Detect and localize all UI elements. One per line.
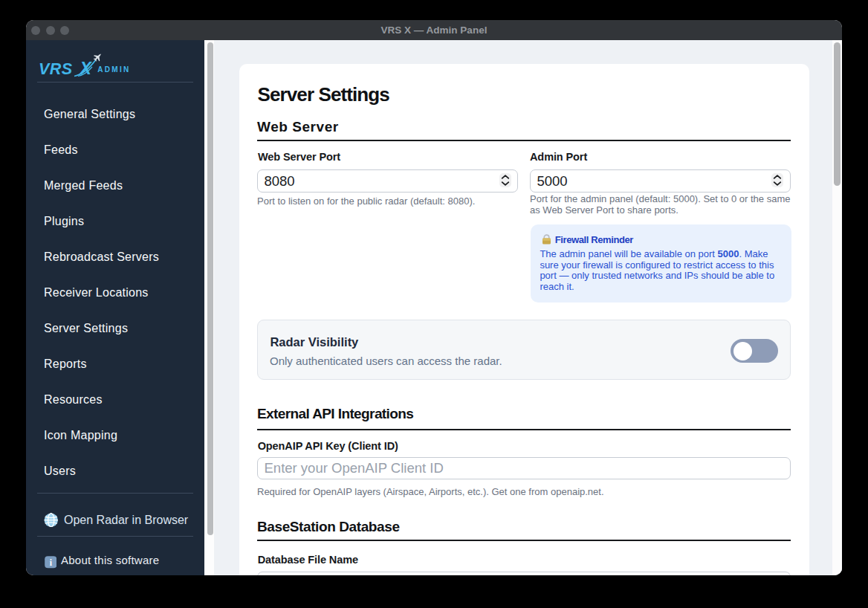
svg-text:VRS: VRS — [39, 60, 73, 78]
svg-text:ADMIN: ADMIN — [97, 65, 130, 74]
